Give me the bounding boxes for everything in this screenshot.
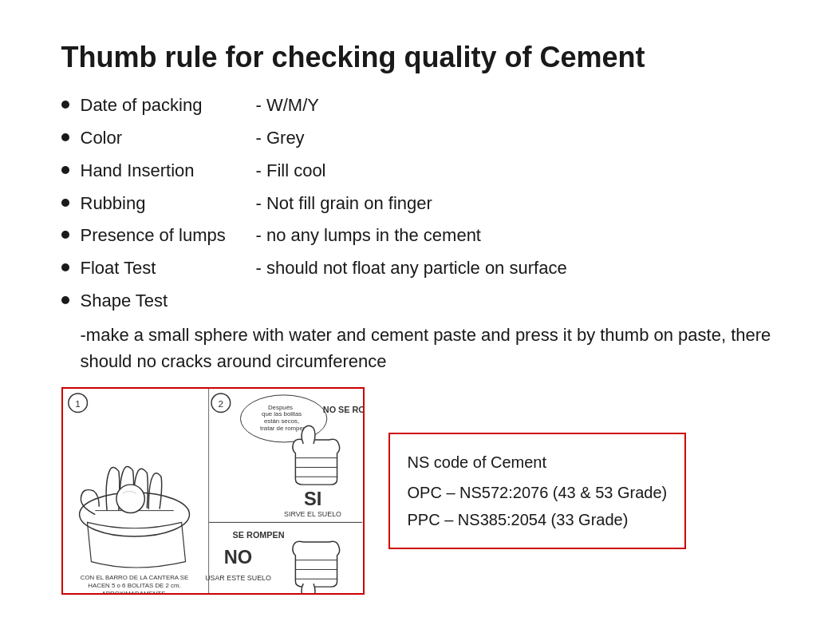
shape-test-label: Shape Test bbox=[81, 289, 256, 314]
svg-text:HACEN 5 o 6 BOLITAS DE 2 cm.: HACEN 5 o 6 BOLITAS DE 2 cm. bbox=[88, 582, 180, 589]
svg-text:SE ROMPEN: SE ROMPEN bbox=[232, 530, 284, 540]
bullet-value-0: - W/M/Y bbox=[256, 93, 319, 118]
diagram-svg: 1 CON EL BARRO DE LA CANTERA S bbox=[63, 389, 363, 593]
ns-code-line2: PPC – NS385:2054 (33 Grade) bbox=[408, 506, 668, 533]
bullet-label-5: Float Test bbox=[81, 256, 256, 281]
bullet-dot-3 bbox=[61, 199, 69, 207]
svg-text:NO: NO bbox=[223, 546, 251, 567]
bullet-item: Color - Grey bbox=[61, 126, 779, 151]
svg-text:que las bolitas: que las bolitas bbox=[262, 410, 302, 417]
svg-text:NO SE ROMPEN: NO SE ROMPEN bbox=[322, 404, 362, 413]
bullet-value-3: - Not fill grain on finger bbox=[256, 192, 432, 216]
bottom-section: 1 CON EL BARRO DE LA CANTERA S bbox=[61, 387, 779, 595]
ns-code-title: NS code of Cement bbox=[408, 449, 668, 476]
svg-text:CON EL BARRO DE LA CANTERA SE: CON EL BARRO DE LA CANTERA SE bbox=[80, 574, 188, 581]
bullet-dot-1 bbox=[61, 133, 69, 141]
bullet-list: Date of packing - W/M/Y Color - Grey Han… bbox=[61, 93, 779, 281]
svg-text:1: 1 bbox=[75, 398, 81, 409]
bullet-dot-2 bbox=[61, 166, 69, 174]
bullet-label-1: Color bbox=[81, 126, 256, 151]
svg-text:SIRVE EL SUELO: SIRVE EL SUELO bbox=[284, 509, 341, 517]
slide-container: Thumb rule for checking quality of Cemen… bbox=[30, 16, 811, 619]
svg-text:SI: SI bbox=[303, 488, 321, 508]
bullet-label-0: Date of packing bbox=[81, 93, 256, 118]
bullet-value-4: - no any lumps in the cement bbox=[256, 224, 481, 248]
shape-test-block: Shape Test -make a small sphere with wat… bbox=[61, 289, 779, 374]
svg-text:2: 2 bbox=[218, 398, 223, 409]
bullet-dot-5 bbox=[61, 263, 69, 271]
bullet-value-5: - should not float any particle on surfa… bbox=[256, 256, 567, 281]
bullet-value-1: - Grey bbox=[256, 126, 305, 151]
bullet-item: Hand Insertion - Fill cool bbox=[61, 159, 779, 184]
bullet-value-2: - Fill cool bbox=[256, 159, 326, 184]
svg-point-5 bbox=[116, 485, 144, 512]
bullet-item: Date of packing - W/M/Y bbox=[61, 93, 779, 118]
svg-text:USAR ESTE SUELO: USAR ESTE SUELO bbox=[205, 574, 271, 582]
bullet-item: Rubbing - Not fill grain on finger bbox=[61, 192, 779, 216]
bullet-item: Float Test - should not float any partic… bbox=[61, 256, 779, 281]
bullet-item: Presence of lumps - no any lumps in the … bbox=[61, 224, 779, 248]
bullet-label-2: Hand Insertion bbox=[81, 159, 256, 184]
bullet-dot-0 bbox=[61, 101, 69, 109]
bullet-dot-4 bbox=[61, 231, 69, 239]
diagram-box: 1 CON EL BARRO DE LA CANTERA S bbox=[61, 387, 365, 595]
page-title: Thumb rule for checking quality of Cemen… bbox=[61, 40, 779, 74]
svg-text:están secos,: están secos, bbox=[264, 417, 299, 425]
bullet-label-4: Presence of lumps bbox=[81, 224, 256, 248]
bullet-label-3: Rubbing bbox=[81, 192, 256, 216]
shape-test-item: Shape Test bbox=[61, 289, 779, 314]
svg-text:APROXIMADAMENTE.: APROXIMADAMENTE. bbox=[101, 590, 167, 593]
svg-text:Después: Después bbox=[267, 403, 292, 410]
ns-code-box: NS code of Cement OPC – NS572:2076 (43 &… bbox=[388, 433, 687, 549]
bullet-dot bbox=[61, 296, 69, 304]
shape-test-description: -make a small sphere with water and ceme… bbox=[81, 322, 779, 374]
ns-code-line1: OPC – NS572:2076 (43 & 53 Grade) bbox=[408, 479, 668, 506]
